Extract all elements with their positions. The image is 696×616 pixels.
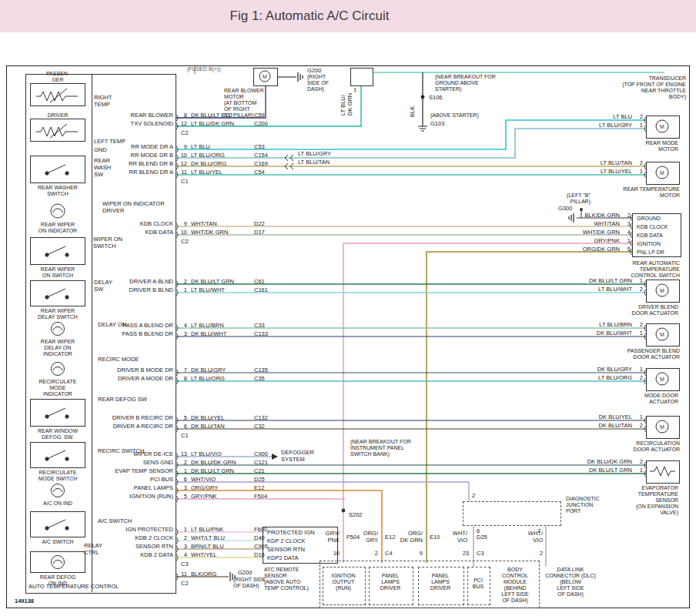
evap-temp-sensor-pins: DK BLU/DK GRN2 DK BLU/LT GRN1 (569, 457, 643, 474)
pin-number: 5 (178, 413, 187, 422)
s202-caption: (NEAR BREAKOUT FOR INSTRUMENT PANEL SWIT… (350, 439, 424, 457)
pin-names-e: PASS A BLEND DR PASS B BLEND DR (99, 321, 173, 338)
wire-color: LT BLU/GRY (599, 121, 632, 129)
pin-names-g: DRIVER B RECIRC DR DRIVER A RECIRC DR (99, 413, 173, 430)
circuit-code: C135 (254, 366, 279, 374)
pin-name: WIPER DE-ICE (99, 450, 173, 458)
switch-caption: REAR WINDOW DEFOG. SW. (30, 428, 85, 440)
circuit-code: C54 (254, 168, 279, 176)
wire-color: DK BLU/WHT (191, 330, 254, 338)
wire-color: LT BLU/YEL (191, 168, 254, 176)
pin-number: 3 (178, 330, 187, 338)
wire-row: 5GRY/PNKF504 (178, 492, 283, 500)
pin-number: 6 (178, 422, 187, 430)
pin-label: WHT/DK GRN4 (557, 228, 631, 236)
diagnostic-junction-port-caption: DIAGNOSTIC JUNCTION PORT (566, 496, 612, 514)
rear-wiper-on-indicator: REAR WIPER ON INDICATOR (30, 202, 85, 234)
pin-label: LT BLU/GRY1 (569, 121, 643, 129)
pci-circuit-code: D25 (477, 534, 487, 541)
rear-temp-motor-pins: LT BLU/TAN2 LT BLU/YEL1 (569, 159, 643, 176)
pin-name: TXV SOLENOID (99, 119, 173, 128)
branch-wire-color: LT BLU/GRY (298, 150, 331, 157)
passenger-pot-label: PASSEN- GER (30, 71, 85, 83)
wire-color: DK BLU/YEL (599, 413, 632, 421)
wire-color: GRY/PNK (191, 492, 254, 500)
pin-number: 7 (178, 366, 187, 374)
pin-number: 2 (635, 159, 643, 167)
rear-defog-on-indicator: REAR DEFOG ON IND (30, 551, 85, 587)
wire-color: WHT/TAN (594, 219, 620, 228)
wire-color: LT BLU/WHT (191, 286, 254, 294)
indicator-caption: REAR WIPER ON INDICATOR (30, 222, 85, 234)
pin-name: PANEL LAMPS (99, 484, 173, 492)
pin-name: IGN PROTECTED (99, 525, 173, 534)
pin-name: PASS A BLEND DR (99, 321, 173, 330)
driver-blend-actuator-box: M (646, 280, 680, 303)
wire-row: 10LT BLU/ORGC154 (178, 151, 283, 159)
wire-row: 1DK BLU/LT GRNC21 (178, 467, 283, 475)
lamps2-circuit-code: E10 (430, 534, 440, 541)
pin-label: DK BLU/TAN2 (569, 421, 643, 430)
wire-color: DK BLU/LT GRN (589, 466, 632, 474)
pin-name: REAR BLOWER (99, 111, 173, 119)
pin-name: PASS B BLEND DR (99, 330, 173, 338)
atc-remote-sensor-caption: ATC REMOTE SENSOR (ABOVE AUTO TEMP CONTR… (264, 567, 326, 591)
lamps1-wire-color: ORG/ GRY (353, 530, 378, 544)
evap-temp-sensor-caption: EVAPORATOR TEMPERATURE SENSOR (ON EXPANS… (618, 485, 678, 516)
wire-color: DK BLU/LT GRN (191, 467, 254, 475)
wire-color: DK BLU/WHT (597, 329, 632, 337)
indicator-caption: REAR DEFOG ON IND (30, 574, 85, 587)
recirc-door-actuator-box: M (646, 416, 680, 439)
panel-lamps-driver2-caption: PANEL LAMPS DRIVER (418, 573, 463, 591)
wire-color: DK BLU/LT GRN (589, 276, 632, 285)
pin-number: 6 (178, 475, 187, 484)
pin-name: KDB DATA (99, 228, 173, 236)
rear-wiper-delay-switch: REAR WIPER DELAY SWITCH (30, 280, 85, 320)
switch-icon (30, 511, 85, 537)
pin-name: RR BLEND DR A (99, 168, 173, 176)
pin-number: 13 (178, 450, 187, 458)
passenger-blend-actuator-box: M (646, 323, 680, 346)
lamps1-connector: C4 (385, 550, 393, 557)
pin-number: 1 (635, 365, 643, 373)
pin-number: 1 (623, 236, 631, 245)
fused-feed-label: (FUSED B(+)) (187, 66, 233, 72)
lamps1-pin: 2 (361, 550, 378, 557)
ground-caption-g200-bottom: (RIGHT SIDE OF DASH) (233, 577, 270, 589)
driver-pot-label: DRIVER (30, 112, 85, 119)
connector-label: C1 (178, 177, 283, 186)
wire-color: BRN/LT BLU (191, 542, 254, 551)
wire-color: LT BLU/ORG (598, 373, 632, 382)
pin-label: DK BLU/GRY1 (569, 365, 643, 373)
pin-number: 8 (178, 111, 187, 119)
wire-color: GRY/PNK (594, 236, 620, 245)
wire-color: ORG/GRY (191, 484, 254, 492)
wire-color: ORG/DK GRN (583, 245, 620, 253)
ratc-switch-signals: GROUND KDB CLOCK KDB DATA IGNITION PNL L… (637, 214, 680, 256)
page: Fig 1: Automatic A/C Circuit (0, 0, 696, 616)
circuit-code: D22 (254, 219, 279, 228)
pin-group-g: 5DK BLU/YELC132 6DK BLU/TANC32 C1 (178, 413, 283, 440)
wire-color: DK BLU/GRY (597, 365, 632, 373)
wire-color: LT BLU/YEL (601, 167, 632, 176)
wire-row: 2DK BLU/LT GRNC61 (178, 277, 283, 286)
blk-wire-label: BLK (409, 106, 416, 117)
svg-text:M: M (660, 377, 664, 382)
pin-group-c: 9WHT/TAND22 10WHT/DK GRND17 C2 (178, 219, 283, 246)
pin-number: 2 (635, 285, 643, 293)
rear-blower-motor-box: M (253, 68, 278, 86)
pin-names-c: KDB CLOCK KDB DATA (99, 219, 173, 236)
signal-label: GROUND (637, 214, 680, 223)
circuit-code: C200 (254, 119, 279, 128)
pin-label: LT BLU/BRN2 (569, 320, 643, 329)
branch-wire-color: LT BLU/TAN (298, 159, 330, 166)
rear-temp-motor-caption: REAR TEMPERATURE MOTOR (612, 186, 680, 199)
pin-number: 4 (178, 321, 187, 330)
g103-code: G103 (430, 120, 444, 127)
pin-number: 2 (635, 457, 643, 466)
switch-caption: RECIRCULATE MODE SWITCH (30, 470, 85, 482)
wire-row: 6WHT/VIOD25 (178, 475, 283, 484)
connector-label: C2 (178, 129, 283, 137)
wire-color: WHT/DK GRN (583, 228, 620, 236)
wire-color: LT BLU/ORG (191, 374, 254, 383)
